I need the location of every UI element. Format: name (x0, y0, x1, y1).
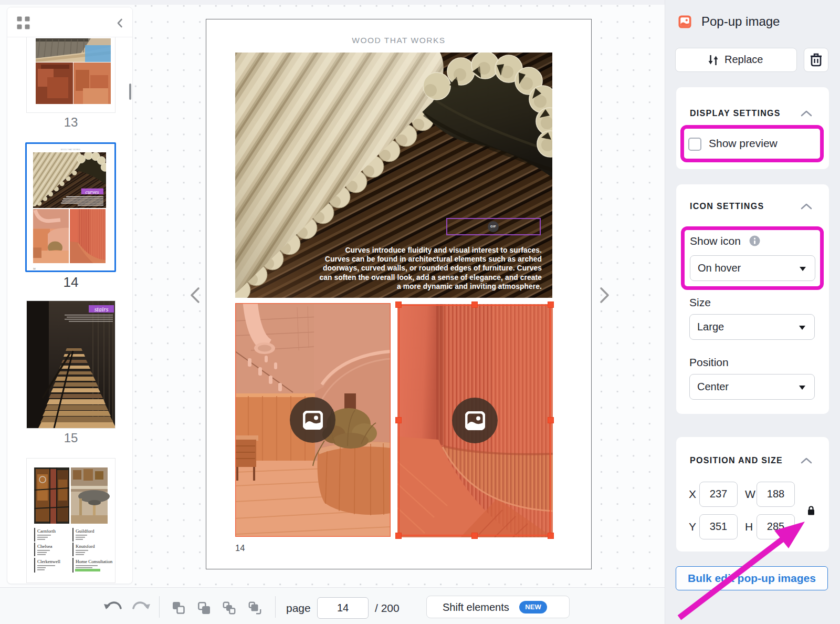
svg-text:Clerkenwell: Clerkenwell (37, 559, 60, 564)
svg-text:Home Consultation: Home Consultation (76, 559, 113, 564)
svg-text:stairs: stairs (94, 306, 109, 313)
svg-text:Carnforth: Carnforth (37, 528, 56, 534)
svg-text:Guildford: Guildford (76, 528, 94, 534)
svg-text:Chelsea: Chelsea (37, 544, 52, 549)
svg-text:Knutsford: Knutsford (76, 544, 95, 549)
svg-text:curves: curves (86, 189, 99, 195)
